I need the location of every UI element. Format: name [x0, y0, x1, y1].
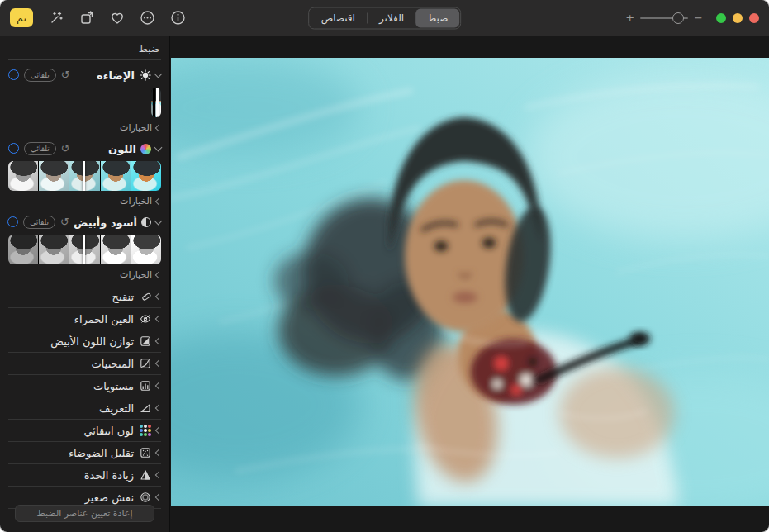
noise-reduction-icon	[139, 447, 151, 459]
undo-icon[interactable]: ↺	[61, 143, 70, 154]
chevron-left-icon	[155, 472, 162, 478]
thumbnail	[151, 88, 153, 117]
enabled-circle-toggle[interactable]	[8, 143, 19, 154]
toolbar-icon-group	[48, 10, 186, 26]
options-label: الخيارات	[120, 122, 152, 133]
white-balance-icon	[139, 335, 151, 348]
curves-icon	[139, 358, 151, 370]
bw-options-row[interactable]: الخيارات	[8, 268, 161, 282]
chevron-left-icon	[155, 494, 162, 501]
minimize-light-yellow[interactable]	[733, 13, 743, 23]
chevron-down-icon	[154, 144, 163, 152]
zoom-minus-icon[interactable]: −	[694, 12, 703, 23]
tool-row-selective-color[interactable]: لون انتقائي	[8, 420, 161, 441]
selective-color-icon	[139, 425, 151, 437]
slider-handle[interactable]	[83, 161, 85, 191]
tool-row-white-balance[interactable]: توازن اللون الأبيض	[8, 330, 161, 352]
chevron-left-icon	[155, 449, 162, 456]
thumbnail	[131, 161, 161, 191]
undo-icon[interactable]: ↺	[61, 69, 70, 80]
section-bw-header[interactable]: أسود وأبيض ↺ تلقائي	[8, 212, 161, 232]
section-light-header[interactable]: الإضاءة ↺ تلقائي	[8, 65, 161, 85]
thumbnail	[8, 161, 38, 191]
toolbar: تم	[0, 0, 769, 36]
chevron-left-icon	[155, 338, 162, 344]
rotate-crop-icon[interactable]	[78, 10, 94, 26]
thumbnail	[39, 161, 69, 191]
minimize-zoom-light-green[interactable]	[716, 13, 726, 23]
chevron-left-icon	[155, 427, 162, 434]
tool-row-noise-reduction[interactable]: تقليل الضوضاء	[8, 442, 161, 463]
options-label: الخيارات	[120, 269, 152, 280]
tool-row-retouch[interactable]: تنقيح	[8, 286, 161, 307]
favorite-heart-icon[interactable]	[109, 10, 125, 26]
close-light-red[interactable]	[749, 13, 759, 23]
half-circle-icon	[141, 217, 151, 227]
section-color-header[interactable]: اللون ↺ تلقائي	[8, 139, 161, 159]
color-thumbnail-slider[interactable]	[8, 161, 161, 191]
zoom-slider[interactable]	[640, 17, 688, 19]
thumbnail	[154, 88, 155, 117]
thumbnail	[39, 235, 69, 264]
tool-row-definition[interactable]: التعريف	[8, 397, 161, 419]
levels-icon	[139, 380, 151, 392]
auto-button[interactable]: تلقائي	[23, 216, 55, 229]
section-color-label: اللون	[108, 143, 136, 155]
photo-canvas-area	[170, 36, 769, 532]
light-options-row[interactable]: الخيارات	[8, 121, 161, 135]
more-ellipsis-icon[interactable]	[140, 10, 155, 26]
chevron-left-icon	[155, 405, 162, 411]
options-label: الخيارات	[120, 196, 152, 207]
window-controls	[716, 13, 759, 23]
chevron-left-icon	[155, 382, 162, 389]
definition-icon	[139, 402, 151, 415]
chevron-down-icon	[154, 70, 163, 78]
tool-row-red-eye[interactable]: العين الحمراء	[8, 308, 161, 330]
red-eye-icon	[139, 313, 151, 325]
tab-crop[interactable]: اقتصاص	[310, 8, 367, 27]
info-icon[interactable]	[170, 10, 186, 26]
tool-row-sharpen[interactable]: زيادة الحدة	[8, 464, 161, 486]
sharpen-icon	[139, 469, 151, 482]
color-wheel-icon	[140, 144, 151, 154]
chevron-left-icon	[155, 316, 162, 322]
light-thumbnail-slider[interactable]	[151, 88, 161, 117]
tool-row-levels[interactable]: مستويات	[8, 375, 161, 397]
enabled-circle-toggle[interactable]	[7, 216, 18, 227]
tab-filters[interactable]: الفلاتر	[368, 8, 415, 27]
section-light-label: الإضاءة	[97, 69, 135, 82]
photos-app-window: تم	[0, 0, 769, 532]
bandage-icon	[139, 291, 151, 303]
slider-handle[interactable]	[156, 88, 159, 117]
divider	[8, 59, 161, 60]
content-area: ضبط الإضاءة ↺ تلقائي	[0, 36, 769, 532]
chevron-left-icon	[155, 124, 162, 131]
chevron-left-icon	[155, 271, 162, 278]
zoom-slider-cluster: + −	[625, 12, 703, 23]
undo-icon[interactable]: ↺	[60, 216, 69, 227]
auto-button[interactable]: تلقائي	[24, 142, 56, 155]
zoom-plus-icon[interactable]: +	[625, 12, 634, 23]
enabled-circle-toggle[interactable]	[8, 69, 19, 80]
edited-photo	[171, 58, 769, 506]
zoom-slider-knob[interactable]	[672, 12, 684, 24]
chevron-left-icon	[155, 197, 162, 204]
sidebar-title: ضبط	[8, 41, 161, 59]
thumbnail	[131, 235, 161, 264]
tab-adjust[interactable]: ضبط	[415, 8, 459, 27]
thumbnail	[8, 235, 38, 264]
auto-button[interactable]: تلقائي	[24, 69, 56, 82]
view-mode-segmented-control: اقتصاص الفلاتر ضبط	[308, 7, 462, 29]
auto-enhance-wand-icon[interactable]	[48, 10, 64, 26]
chevron-down-icon	[154, 217, 163, 226]
slider-handle[interactable]	[83, 235, 85, 264]
section-bw-label: أسود وأبيض	[74, 216, 137, 229]
tool-row-curves[interactable]: المنحنيات	[8, 353, 161, 374]
adjust-sidebar: ضبط الإضاءة ↺ تلقائي	[0, 36, 170, 532]
reset-adjustments-button[interactable]: إعادة تعيين عناصر الضبط	[15, 505, 154, 522]
done-button[interactable]: تم	[10, 8, 33, 27]
vignette-icon	[139, 492, 151, 504]
color-options-row[interactable]: الخيارات	[8, 194, 161, 208]
thumbnail	[159, 88, 161, 117]
bw-thumbnail-slider[interactable]	[8, 235, 161, 264]
